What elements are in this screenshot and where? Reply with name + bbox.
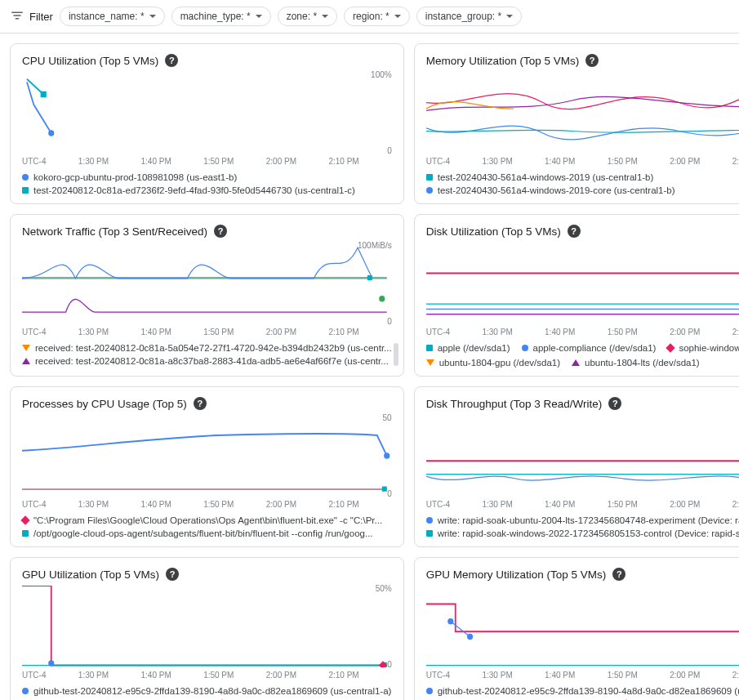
help-icon[interactable]: ? [214,225,227,238]
legend-label: ubuntu-1804-gpu (/dev/sda1) [439,358,560,368]
chart-plot[interactable]: 50% 0 [22,586,392,667]
y-axis-max: 100% [371,70,392,79]
chart-plot[interactable]: 80% 70% [426,72,739,154]
legend-marker-icon [22,688,29,694]
filter-chip-zone[interactable]: zone: * [278,7,337,26]
x-tick: 1:50 PM [203,328,234,337]
filter-chip-instance_name[interactable]: instance_name: * [60,7,165,26]
filter-chip-instance_group[interactable]: instance_group: * [416,7,522,26]
chart-plot[interactable]: 100% 0 [22,72,392,154]
filter-chip-machine_type[interactable]: machine_type: * [171,7,271,26]
chart-legend: test-20240430-561a4-windows-2019 (us-cen… [426,172,739,195]
x-tick: 2:00 PM [266,500,296,509]
x-tick: 1:40 PM [545,157,575,166]
x-tick: UTC-4 [426,157,450,166]
x-tick: UTC-4 [426,500,450,509]
svg-point-8 [384,453,390,459]
chart-card-net: Network Traffic (Top 3 Sent/Received) ? … [10,214,404,377]
legend-item[interactable]: github-test-20240812-e95c9-2ffda139-8190… [22,686,392,696]
legend-marker-icon [572,359,580,366]
legend-marker-icon [22,530,29,537]
legend-item[interactable]: sophie-windows (C:) [667,343,739,353]
legend-item[interactable]: ubuntu-1804-gpu (/dev/sda1) [426,358,560,368]
legend-label: write: rapid-soak-ubuntu-2004-lts-172345… [438,515,739,525]
svg-point-0 [48,130,54,136]
help-icon[interactable]: ? [568,225,581,238]
legend-item[interactable]: test-20240430-561a4-windows-2019-core (u… [426,185,739,195]
help-icon[interactable]: ? [608,397,621,410]
svg-point-16 [447,618,453,625]
x-tick: 1:30 PM [78,328,109,337]
x-tick: 1:50 PM [608,157,638,166]
legend-item[interactable]: received: test-20240812-0c81a-a8c37ba8-2… [22,356,392,366]
x-tick: 1:50 PM [608,500,638,509]
chip-label: zone: * [287,11,317,22]
chart-legend: write: rapid-soak-ubuntu-2004-lts-172345… [426,515,739,538]
help-icon[interactable]: ? [166,568,179,581]
x-tick: 2:10 PM [732,328,739,337]
chart-plot[interactable]: 10% 0 [426,586,739,667]
legend-marker-icon [426,517,433,524]
chart-title: GPU Memory Utilization (Top 5 VMs) [426,568,607,581]
legend-item[interactable]: received: test-20240812-0c81a-5a054e72-2… [22,343,392,353]
chip-label: machine_type: * [180,11,251,22]
chevron-down-icon [394,15,401,18]
legend-item[interactable]: test-20240430-561a4-windows-2019 (us-cen… [426,172,739,182]
chart-plot[interactable]: 70% 60% [426,243,739,324]
help-icon[interactable]: ? [194,397,207,410]
legend-item[interactable]: /opt/google-cloud-ops-agent/subagents/fl… [22,528,392,538]
chart-card-cpu: CPU Utilization (Top 5 VMs) ? 100% 0 UTC… [10,43,404,204]
legend-scrollbar[interactable] [394,343,398,366]
x-tick: 2:10 PM [328,671,358,680]
x-tick: 1:40 PM [545,500,575,509]
legend-label: kokoro-gcp-ubuntu-prod-108981098 (us-eas… [33,172,392,182]
help-icon[interactable]: ? [585,54,599,67]
legend-item[interactable]: write: rapid-soak-windows-2022-172345680… [426,528,739,538]
x-tick: 2:10 PM [328,157,358,166]
legend-label: "C:\Program Files\Google\Cloud Operation… [33,515,392,525]
chart-legend: "C:\Program Files\Google\Cloud Operation… [22,515,392,538]
legend-item[interactable]: apple (/dev/sda1) [426,343,510,353]
chart-legend: kokoro-gcp-ubuntu-prod-108981098 (us-eas… [22,172,392,195]
chevron-down-icon [149,15,156,18]
chart-plot[interactable]: 50 0 [22,415,392,497]
chart-svg [22,72,392,154]
chip-label: instance_group: * [425,11,501,22]
legend-marker-icon [20,515,29,524]
legend-item[interactable]: "C:\Program Files\Google\Cloud Operation… [22,515,392,525]
help-icon[interactable]: ? [165,54,178,67]
chart-card-gpu: GPU Utilization (Top 5 VMs) ? 50% 0 UTC-… [10,557,404,700]
x-tick: UTC-4 [22,328,46,337]
dashboard-grid: CPU Utilization (Top 5 VMs) ? 100% 0 UTC… [0,33,739,700]
y-axis-min: 0 [387,660,392,669]
legend-item[interactable]: write: rapid-soak-ubuntu-2004-lts-172345… [426,515,739,525]
legend-marker-icon [22,174,29,181]
chart-plot[interactable]: 200MiB/s 100MiB/s 0 [426,415,739,497]
legend-item[interactable]: apple-compliance (/dev/sda1) [522,343,657,353]
x-axis: UTC-41:30 PM1:40 PM1:50 PM2:00 PM2:10 PM [22,671,392,680]
legend-label: apple (/dev/sda1) [438,343,510,353]
legend-label: /opt/google-cloud-ops-agent/subagents/fl… [33,528,392,538]
legend-marker-icon [426,345,433,351]
x-tick: 1:40 PM [545,671,575,680]
legend-marker-icon [426,359,434,366]
x-tick: UTC-4 [426,328,450,337]
chart-card-gpumem: GPU Memory Utilization (Top 5 VMs) ? 10%… [414,557,739,700]
chart-title: GPU Utilization (Top 5 VMs) [22,568,159,581]
x-tick: UTC-4 [426,671,450,680]
legend-item[interactable]: test-20240812-0c81a-ed7236f2-9efd-4fad-9… [22,185,392,195]
chart-svg [426,72,739,154]
chevron-down-icon [256,15,262,18]
legend-label: received: test-20240812-0c81a-5a054e72-2… [35,343,392,353]
legend-item[interactable]: kokoro-gcp-ubuntu-prod-108981098 (us-eas… [22,172,392,182]
chart-svg [22,243,392,324]
filter-chip-region[interactable]: region: * [344,7,410,26]
help-icon[interactable]: ? [612,568,625,581]
x-axis: UTC-41:30 PM1:40 PM1:50 PM2:00 PM2:10 PM [22,157,392,166]
legend-item[interactable]: github-test-20240812-e95c9-2ffda139-8190… [426,686,739,696]
chart-plot[interactable]: 100MiB/s 0 [22,243,392,324]
x-tick: 1:30 PM [78,671,109,680]
svg-rect-1 [41,91,47,98]
x-tick: 1:40 PM [140,328,171,337]
legend-item[interactable]: ubuntu-1804-lts (/dev/sda1) [572,358,700,368]
